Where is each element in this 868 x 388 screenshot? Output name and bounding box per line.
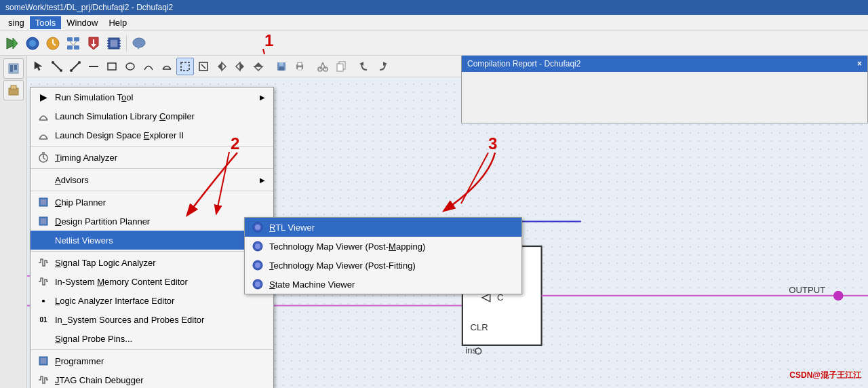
menu-run-sim[interactable]: ▶ Run Simulation Tool ▶ <box>31 88 273 106</box>
svg-marker-1 <box>13 38 18 49</box>
arc-btn[interactable] <box>158 58 176 75</box>
menu-item-tools[interactable]: Tools <box>30 16 61 29</box>
menu-chip-planner[interactable]: Chip Planner <box>31 193 273 212</box>
jtag-label: JTAG Chain Debugger <box>55 375 144 385</box>
advisors-icon <box>37 174 50 186</box>
svg-text:OUTPUT: OUTPUT <box>789 285 825 295</box>
submenu-tech-map-mapping[interactable]: Technology Map Viewer (Post-Mapping) <box>245 237 521 256</box>
netlist-viewers-icon <box>37 234 50 246</box>
signal-probe-icon <box>37 332 50 345</box>
undo-draw-btn[interactable] <box>355 58 373 75</box>
menu-netlist-viewers[interactable]: Netlist Viewers ▶ <box>31 231 273 250</box>
svg-marker-80 <box>482 294 490 302</box>
sep-4 <box>31 251 273 252</box>
netlist-viewers-label: Netlist Viewers <box>55 235 113 246</box>
menu-design-partition[interactable]: Design Partition Planner <box>31 212 273 231</box>
chat-button[interactable] <box>130 34 149 53</box>
compilation-report-close[interactable]: × <box>857 59 862 69</box>
curve-btn[interactable] <box>140 58 157 75</box>
svg-point-37 <box>70 69 73 72</box>
wire-diagonal-btn[interactable] <box>48 58 66 75</box>
advisors-label: Advisors <box>55 175 89 185</box>
line-btn[interactable] <box>85 58 102 75</box>
select-line-btn[interactable] <box>195 58 212 75</box>
in-system-sources-icon: 01 <box>37 313 50 326</box>
menu-logic-analyzer[interactable]: ▪ Logic Analyzer Interface Editor <box>31 291 273 310</box>
menu-item-help[interactable]: Help <box>103 16 132 29</box>
menu-bar: sing Tools Window Help <box>0 15 868 31</box>
run-sim-icon: ▶ <box>37 91 50 103</box>
compile-button[interactable] <box>3 34 22 53</box>
submenu-state-machine[interactable]: State Machine Viewer <box>245 275 521 294</box>
print-draw-btn[interactable] <box>291 58 309 75</box>
svg-point-105 <box>255 282 260 287</box>
svg-rect-63 <box>337 64 343 71</box>
select-tool-btn[interactable] <box>30 58 47 75</box>
left-btn-1[interactable] <box>3 58 24 79</box>
svg-marker-32 <box>35 62 42 71</box>
svg-line-11 <box>70 41 73 45</box>
rect-btn[interactable] <box>103 58 121 75</box>
sep-3 <box>31 191 273 191</box>
rtl-viewer-icon <box>252 221 264 233</box>
left-btn-2[interactable]: ~ <box>3 80 24 100</box>
copy-draw-btn[interactable] <box>332 58 350 75</box>
compilation-report: Compilation Report - Dchufaqi2 × <box>461 56 868 123</box>
state-machine-icon <box>252 278 264 290</box>
timing-label: Timing Analyzer <box>55 153 117 163</box>
svg-marker-51 <box>254 66 262 71</box>
title-text: someWork/test1/DL_prj/Dchufaqi2 - Dchufa… <box>5 3 173 12</box>
menu-item-sing[interactable]: sing <box>3 16 30 29</box>
menu-signal-tap[interactable]: Signal Tap Logic Analyzer <box>31 253 273 272</box>
redo-draw-btn[interactable] <box>374 58 391 75</box>
svg-text:ins: ins <box>465 345 477 355</box>
submenu-rtl-viewer[interactable]: RTL Viewer <box>245 218 521 237</box>
clock-button[interactable] <box>43 34 62 53</box>
menu-signal-probe[interactable]: Signal Probe Pins... <box>31 329 273 348</box>
menu-timing[interactable]: Timing Analyzer <box>31 148 273 167</box>
menu-item-window[interactable]: Window <box>61 16 103 29</box>
svg-line-36 <box>71 62 79 71</box>
title-bar: someWork/test1/DL_prj/Dchufaqi2 - Dchufa… <box>0 0 868 15</box>
menu-in-system-sources[interactable]: 01 In_System Sources and Probes Editor <box>31 310 273 329</box>
svg-point-79 <box>475 348 481 354</box>
signal-probe-label: Signal Probe Pins... <box>55 334 132 344</box>
submenu-tech-map-fitting[interactable]: Technology Map Viewer (Post-Fitting) <box>245 256 521 275</box>
svg-rect-28 <box>14 65 17 70</box>
logic-analyzer-label: Logic Analyzer Interface Editor <box>55 296 174 306</box>
menu-launch-dse[interactable]: Launch Design Space Explorer II <box>31 125 273 144</box>
flip-h-btn[interactable] <box>213 58 231 75</box>
run-sim-label: Run Simulation Tool <box>55 92 133 102</box>
jtag-icon <box>37 374 50 386</box>
menu-in-system-memory[interactable]: In-System Memory Content Editor <box>31 272 273 291</box>
menu-advisors[interactable]: Advisors ▶ <box>31 170 273 189</box>
menu-jtag[interactable]: JTAG Chain Debugger <box>31 370 273 388</box>
svg-line-45 <box>201 64 205 69</box>
download-button[interactable] <box>84 34 103 53</box>
tech-map-fitting-icon <box>252 259 264 271</box>
flip-v-btn[interactable] <box>250 58 267 75</box>
save-draw-btn[interactable] <box>273 58 290 75</box>
network-button[interactable] <box>64 34 83 53</box>
svg-line-33 <box>53 62 61 71</box>
ellipse-btn[interactable] <box>121 58 139 75</box>
svg-marker-49 <box>240 62 244 71</box>
svg-rect-27 <box>10 65 13 72</box>
svg-rect-17 <box>111 40 117 47</box>
design-partition-label: Design Partition Planner <box>55 216 150 227</box>
sep-5 <box>31 349 273 350</box>
programmer-label: Programmer <box>55 356 104 366</box>
select-rect-btn[interactable] <box>176 58 194 75</box>
svg-rect-93 <box>41 199 46 205</box>
tech-map-mapping-label: Technology Map Viewer (Post-Mapping) <box>269 241 425 252</box>
svg-point-24 <box>133 38 145 47</box>
analyze-button[interactable] <box>23 34 42 53</box>
cut-draw-btn[interactable] <box>314 58 332 75</box>
menu-launch-sim-lib[interactable]: Launch Simulation Library Compiler <box>31 106 273 125</box>
rotate-btn[interactable] <box>231 58 249 75</box>
chip-button[interactable] <box>104 34 123 53</box>
signal-tap-icon <box>37 256 50 269</box>
bus-diagonal-btn[interactable] <box>66 58 84 75</box>
compilation-report-header: Compilation Report - Dchufaqi2 × <box>462 56 867 72</box>
menu-programmer[interactable]: Programmer <box>31 351 273 370</box>
